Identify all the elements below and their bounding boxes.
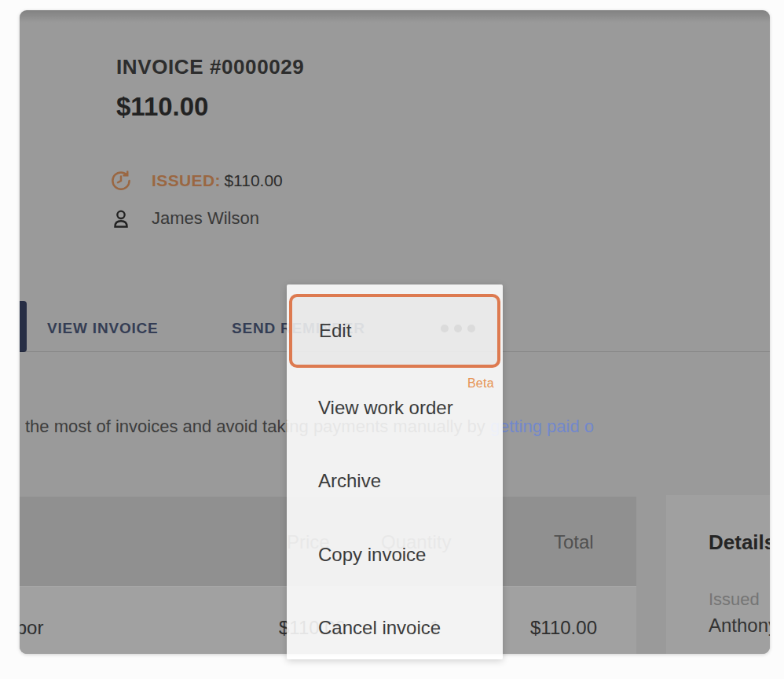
screenshot-root: INVOICE #0000029 $110.00 ISSUED: $110.00 <box>0 0 784 679</box>
menu-item-archive[interactable]: Archive <box>287 470 503 492</box>
menu-item-edit-label: Edit <box>292 320 351 342</box>
client-row: James Wilson <box>109 207 259 230</box>
issued-text: ISSUED: $110.00 <box>152 171 283 190</box>
person-icon <box>109 207 133 230</box>
invoice-actions-menu: Edit Beta View work order Archive Copy i… <box>287 284 503 659</box>
issued-status-row: ISSUED: $110.00 <box>109 169 283 193</box>
line-item-total: $110.00 <box>530 617 597 639</box>
details-issued-by: Anthony <box>709 615 770 637</box>
top-edge-shadow <box>20 10 770 23</box>
issued-label: ISSUED: <box>152 171 221 189</box>
details-title: Details <box>709 530 770 555</box>
tab-view-invoice[interactable]: VIEW INVOICE <box>47 320 159 337</box>
details-issued-label: Issued <box>709 589 760 610</box>
column-header-total: Total <box>554 531 594 553</box>
record-payment-button-edge[interactable] <box>20 301 27 352</box>
beta-badge: Beta <box>467 376 494 391</box>
menu-item-edit-highlighted[interactable]: Edit <box>289 294 500 368</box>
getting-paid-link[interactable]: getting paid o <box>490 417 594 436</box>
invoice-amount: $110.00 <box>116 92 208 122</box>
line-item-name: Labor <box>20 617 43 639</box>
menu-item-copy-invoice[interactable]: Copy invoice <box>287 544 503 566</box>
menu-item-cancel-invoice[interactable]: Cancel invoice <box>287 617 503 639</box>
menu-item-view-work-order[interactable]: View work order <box>287 397 503 419</box>
history-clock-icon <box>109 169 133 193</box>
issued-value: $110.00 <box>224 171 282 189</box>
client-name: James Wilson <box>152 208 259 229</box>
details-panel: Details Issued Anthony <box>666 495 770 654</box>
page-title: INVOICE #0000029 <box>116 55 304 79</box>
